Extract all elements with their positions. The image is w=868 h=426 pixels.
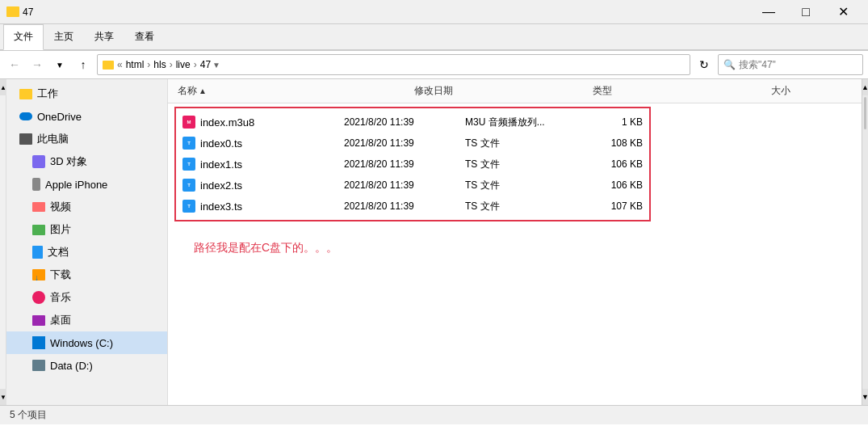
sidebar-item-iphone[interactable]: Apple iPhone <box>6 173 167 196</box>
table-row[interactable]: T index0.ts 2021/8/20 11:39 TS 文件 108 KB <box>179 133 646 154</box>
ribbon: 文件 主页 共享 查看 <box>0 24 868 51</box>
forward-button[interactable]: → <box>27 55 47 74</box>
file-date: 2021/8/20 11:39 <box>344 116 465 128</box>
address-bar: ← → ▼ ↑ « html › hls › live › 47 ▼ ↻ 🔍 <box>0 51 868 79</box>
main-layout: ▲ ▼ 工作 OneDrive 此电脑 3D 对象 Apple iPhone <box>0 79 868 405</box>
status-bar: 5 个项目 <box>0 405 868 424</box>
sidebar-item-data-d[interactable]: Data (D:) <box>6 354 167 377</box>
onedrive-icon <box>19 112 32 120</box>
folder-icon <box>19 89 32 99</box>
sidebar-item-onedrive[interactable]: OneDrive <box>6 105 167 128</box>
col-header-type[interactable]: 类型 <box>589 82 768 99</box>
search-box: 🔍 <box>718 54 863 75</box>
desktop-icon <box>32 315 45 326</box>
search-icon: 🔍 <box>723 59 736 70</box>
col-header-size[interactable]: 大小 <box>768 82 855 99</box>
maximize-button[interactable]: □ <box>787 0 824 24</box>
minimize-button[interactable]: — <box>750 0 787 24</box>
pc-icon <box>19 133 32 145</box>
sidebar-item-windows-c[interactable]: Windows (C:) <box>6 331 167 354</box>
table-row[interactable]: T index2.ts 2021/8/20 11:39 TS 文件 106 KB <box>179 175 646 196</box>
status-text: 5 个项目 <box>10 408 47 422</box>
sidebar-item-label: 音乐 <box>50 290 71 305</box>
table-row[interactable]: T index3.ts 2021/8/20 11:39 TS 文件 107 KB <box>179 196 646 217</box>
refresh-button[interactable]: ↻ <box>694 54 715 75</box>
sidebar-item-3d[interactable]: 3D 对象 <box>6 150 167 173</box>
sidebar-item-label: Data (D:) <box>50 360 93 372</box>
sidebar-item-downloads[interactable]: ↓ 下载 <box>6 264 167 286</box>
file-date: 2021/8/20 11:39 <box>344 200 465 212</box>
dropdown-button[interactable]: ▼ <box>50 55 69 74</box>
file-name-cell: T index2.ts <box>182 179 344 192</box>
breadcrumb: « html › hls › live › 47 ▼ <box>97 54 690 75</box>
file-name: index2.ts <box>200 179 242 192</box>
file-list-container: M index.m3u8 2021/8/20 11:39 M3U 音频播放列..… <box>168 103 862 405</box>
file-name: index.m3u8 <box>200 116 254 129</box>
scroll-up-arrow[interactable]: ▲ <box>862 79 868 95</box>
file-size: 107 KB <box>586 200 643 212</box>
sidebar-item-pc[interactable]: 此电脑 <box>6 128 167 150</box>
scroll-thumb[interactable] <box>864 97 866 129</box>
breadcrumb-hls[interactable]: hls <box>153 59 166 70</box>
file-area: 名称 ▲ 修改日期 类型 大小 M <box>168 79 862 405</box>
sidebar: 工作 OneDrive 此电脑 3D 对象 Apple iPhone 视频 <box>6 79 168 405</box>
file-date: 2021/8/20 11:39 <box>344 158 465 170</box>
tab-view[interactable]: 查看 <box>124 24 165 49</box>
breadcrumb-47[interactable]: 47 <box>200 59 211 70</box>
ribbon-tabs: 文件 主页 共享 查看 <box>0 24 868 50</box>
scroll-down-arrow[interactable]: ▼ <box>862 389 868 405</box>
file-name: index0.ts <box>200 137 242 150</box>
breadcrumb-sep4: › <box>194 59 197 70</box>
table-row[interactable]: M index.m3u8 2021/8/20 11:39 M3U 音频播放列..… <box>179 112 646 133</box>
file-type: M3U 音频播放列... <box>465 116 586 129</box>
drive-icon <box>32 360 45 371</box>
sidebar-item-label: 文档 <box>48 245 69 259</box>
file-name-cell: T index1.ts <box>182 158 344 171</box>
sidebar-scroll-up[interactable]: ▲ <box>0 79 6 95</box>
scroll-track[interactable] <box>862 95 868 389</box>
vertical-scrollbar[interactable]: ▲ ▼ <box>862 79 868 405</box>
sidebar-item-label: 桌面 <box>50 313 71 327</box>
sidebar-item-docs[interactable]: 文档 <box>6 241 167 264</box>
search-input[interactable] <box>739 59 858 70</box>
sidebar-item-label: OneDrive <box>37 111 82 123</box>
ts-icon: T <box>182 137 195 150</box>
image-icon <box>32 225 45 235</box>
sidebar-item-label: Windows (C:) <box>50 337 113 349</box>
sidebar-item-desktop[interactable]: 桌面 <box>6 309 167 331</box>
file-size: 106 KB <box>586 158 643 170</box>
sidebar-scroll-down[interactable]: ▼ <box>0 389 6 405</box>
breadcrumb-sep2: › <box>147 59 150 70</box>
tab-share[interactable]: 共享 <box>84 24 124 49</box>
close-button[interactable]: ✕ <box>824 0 862 24</box>
file-name-cell: T index3.ts <box>182 200 344 213</box>
note-text: 路径我是配在C盘下的。。。 <box>174 228 855 268</box>
file-selection-box: M index.m3u8 2021/8/20 11:39 M3U 音频播放列..… <box>174 107 651 221</box>
sidebar-item-music[interactable]: 音乐 <box>6 286 167 309</box>
table-row[interactable]: T index1.ts 2021/8/20 11:39 TS 文件 106 KB <box>179 154 646 175</box>
file-list: M index.m3u8 2021/8/20 11:39 M3U 音频播放列..… <box>168 103 862 272</box>
doc-icon <box>32 246 43 259</box>
file-date: 2021/8/20 11:39 <box>344 137 465 149</box>
tab-file[interactable]: 文件 <box>3 24 44 50</box>
back-button[interactable]: ← <box>5 55 24 74</box>
col-header-date[interactable]: 修改日期 <box>411 82 589 99</box>
sidebar-item-work[interactable]: 工作 <box>6 82 167 105</box>
sidebar-item-label: 下载 <box>50 268 71 282</box>
up-button[interactable]: ↑ <box>73 54 94 75</box>
title-bar-icon <box>6 6 19 17</box>
breadcrumb-html[interactable]: html <box>126 59 145 70</box>
sidebar-item-images[interactable]: 图片 <box>6 218 167 241</box>
breadcrumb-live[interactable]: live <box>176 59 191 70</box>
sidebar-item-video[interactable]: 视频 <box>6 196 167 218</box>
breadcrumb-folder-icon <box>103 61 114 70</box>
col-header-name[interactable]: 名称 ▲ <box>174 82 411 99</box>
breadcrumb-sep3: › <box>170 59 173 70</box>
file-name-cell: T index0.ts <box>182 137 344 150</box>
file-name-cell: M index.m3u8 <box>182 116 344 129</box>
file-type: TS 文件 <box>465 179 586 192</box>
3d-icon <box>32 155 45 168</box>
file-type: TS 文件 <box>465 200 586 213</box>
tab-home[interactable]: 主页 <box>44 24 84 49</box>
sidebar-item-label: 视频 <box>50 200 71 214</box>
